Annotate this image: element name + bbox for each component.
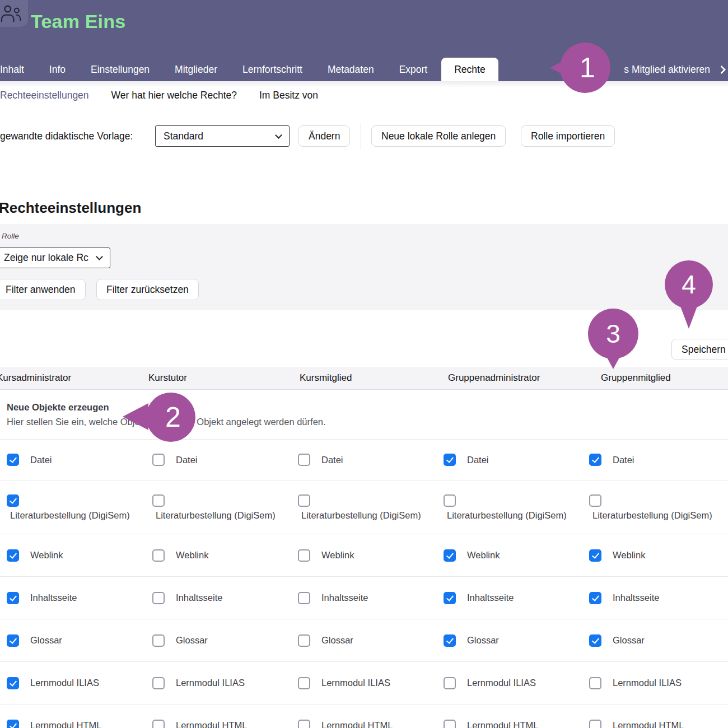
permission-checkbox[interactable]	[444, 494, 456, 507]
permission-label: Lernmodul HTML	[321, 720, 393, 728]
permission-checkbox[interactable]	[152, 720, 165, 728]
tab-mitglieder[interactable]: Mitglieder	[175, 64, 217, 76]
permission-checkbox[interactable]	[7, 494, 19, 507]
column-kursmitglied: Kursmitglied	[300, 367, 352, 389]
marker-tail-icon	[123, 403, 148, 430]
permission-cell: Literaturbestellung (DigiSem)	[589, 480, 728, 534]
import-role-button[interactable]: Rolle importieren	[521, 125, 615, 147]
subtab-im-besitz-von[interactable]: Im Besitz von	[259, 90, 318, 101]
didactic-template-select[interactable]: Standard	[155, 125, 290, 147]
permission-checkbox[interactable]	[589, 720, 601, 728]
permission-checkbox[interactable]	[152, 592, 165, 604]
permission-label: Lernmodul HTML	[467, 720, 538, 728]
permission-label: Glossar	[321, 635, 353, 646]
permission-cell: Lernmodul HTML	[444, 704, 584, 728]
check-icon	[446, 636, 453, 644]
permission-checkbox[interactable]	[444, 454, 456, 466]
permission-checkbox[interactable]	[589, 634, 601, 647]
permission-cell: Datei	[298, 440, 438, 480]
permission-checkbox[interactable]	[152, 634, 165, 647]
permission-checkbox[interactable]	[7, 592, 19, 604]
permission-checkbox[interactable]	[298, 494, 310, 507]
permission-cell: Weblink	[444, 534, 584, 576]
filter-apply-button[interactable]: Filter anwenden	[0, 279, 86, 300]
filter-reset-button[interactable]: Filter zurücksetzen	[96, 279, 199, 300]
permission-cell: Inhaltsseite	[7, 577, 147, 619]
permission-checkbox[interactable]	[444, 549, 456, 562]
permission-checkbox[interactable]	[298, 634, 310, 647]
permission-label: Literaturbestellung (DigiSem)	[156, 510, 276, 521]
save-button[interactable]: Speichern	[671, 339, 728, 360]
header-shadow	[0, 81, 728, 87]
role-filter-select[interactable]: Zeige nur lokale Rc	[0, 248, 110, 268]
header-bar: Team Eins Inhalt Info Einstellungen Mitg…	[0, 0, 728, 81]
page: Team Eins Inhalt Info Einstellungen Mitg…	[0, 0, 728, 728]
check-icon	[446, 455, 453, 463]
tab-metadaten[interactable]: Metadaten	[328, 64, 374, 76]
tab-inhalt[interactable]: Inhalt	[0, 64, 24, 76]
permission-checkbox[interactable]	[589, 592, 601, 604]
tab-lernfortschritt[interactable]: Lernfortschritt	[242, 64, 302, 76]
permission-label: Literaturbestellung (DigiSem)	[447, 510, 567, 521]
member-activate-link[interactable]: s Mitglied aktivieren	[624, 58, 725, 81]
permission-checkbox[interactable]	[7, 677, 19, 689]
permission-row-literaturbestellung: Literaturbestellung (DigiSem) Literaturb…	[0, 480, 728, 534]
permission-label: Weblink	[613, 550, 645, 561]
permission-checkbox[interactable]	[152, 677, 165, 689]
permission-checkbox[interactable]	[7, 720, 19, 728]
permission-checkbox[interactable]	[298, 720, 310, 728]
permission-checkbox[interactable]	[298, 592, 310, 604]
permission-checkbox[interactable]	[298, 677, 310, 689]
create-objects-section: Neue Objekte erzeugen Hier stellen Sie e…	[0, 389, 728, 440]
tab-rechte[interactable]: Rechte	[441, 58, 498, 81]
permission-checkbox[interactable]	[152, 454, 165, 466]
permissions-heading: Rechteeinstellungen	[0, 199, 141, 217]
permission-cell: Datei	[7, 440, 147, 480]
permission-checkbox[interactable]	[444, 592, 456, 604]
permission-checkbox[interactable]	[152, 494, 165, 507]
permission-checkbox[interactable]	[7, 634, 19, 647]
permission-checkbox[interactable]	[298, 454, 310, 466]
permission-row-datei: Datei Datei Datei Datei Datei	[0, 440, 728, 480]
permission-checkbox[interactable]	[589, 454, 601, 466]
check-icon	[9, 551, 16, 559]
permission-label: Literaturbestellung (DigiSem)	[301, 510, 421, 521]
permission-cell: Lernmodul HTML	[7, 704, 147, 728]
permission-checkbox[interactable]	[152, 549, 165, 562]
permission-checkbox[interactable]	[7, 549, 19, 562]
permission-checkbox[interactable]	[298, 549, 310, 562]
permission-cell: Lernmodul HTML	[589, 704, 728, 728]
change-button[interactable]: Ändern	[298, 125, 350, 147]
permission-checkbox[interactable]	[444, 634, 456, 647]
permission-label: Datei	[321, 455, 343, 465]
permission-label: Inhaltsseite	[321, 592, 368, 603]
didactic-template-row: gewandte didaktische Vorlage: Standard Ä…	[0, 124, 728, 148]
subtab-wer-hat-rechte[interactable]: Wer hat hier welche Rechte?	[111, 90, 237, 101]
check-icon	[446, 594, 453, 601]
permission-cell: Inhaltsseite	[589, 577, 728, 619]
permission-checkbox[interactable]	[7, 454, 19, 466]
permission-cell: Glossar	[444, 619, 584, 661]
permission-label: Datei	[467, 455, 489, 465]
permission-checkbox[interactable]	[589, 549, 601, 562]
section-title: Neue Objekte erzeugen	[7, 402, 109, 413]
annotation-number: 4	[665, 260, 713, 309]
permission-label: Literaturbestellung (DigiSem)	[10, 510, 130, 521]
permission-checkbox[interactable]	[589, 494, 601, 507]
subtab-rechteeinstellungen[interactable]: Rechteeinstellungen	[0, 90, 89, 101]
permission-checkbox[interactable]	[444, 720, 456, 728]
group-people-icon	[0, 0, 28, 27]
annotation-number: 1	[560, 43, 610, 93]
permission-checkbox[interactable]	[444, 677, 456, 689]
tab-info[interactable]: Info	[49, 64, 66, 76]
permission-checkbox[interactable]	[589, 677, 601, 689]
permission-cell: Lernmodul ILIAS	[152, 662, 292, 704]
tab-export[interactable]: Export	[399, 64, 428, 76]
check-icon	[9, 679, 16, 687]
check-icon	[9, 636, 16, 644]
didactic-template-select-value: Standard	[164, 130, 203, 142]
new-local-role-button[interactable]: Neue lokale Rolle anlegen	[371, 125, 506, 147]
tab-einstellungen[interactable]: Einstellungen	[91, 64, 150, 76]
permission-cell: Lernmodul ILIAS	[7, 662, 147, 704]
permission-label: Datei	[176, 455, 198, 465]
